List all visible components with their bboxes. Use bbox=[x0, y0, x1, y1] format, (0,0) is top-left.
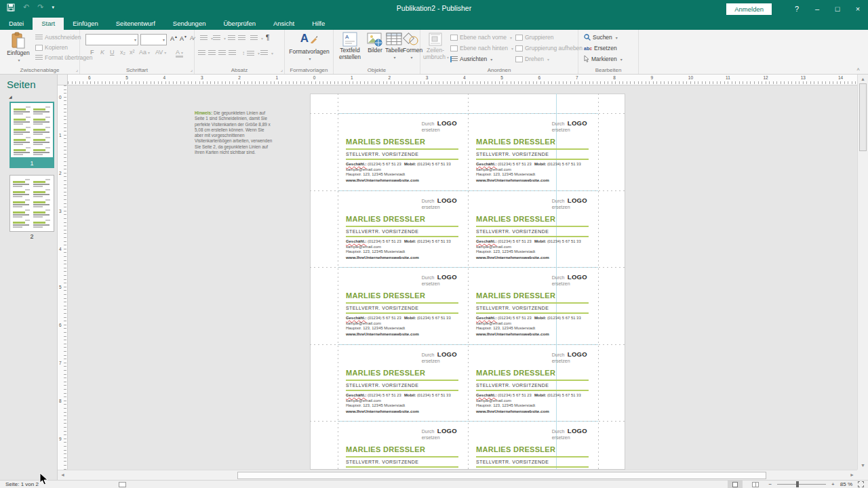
logo-placeholder[interactable]: Durch LOGO ersetzen bbox=[552, 350, 587, 364]
tab-start[interactable]: Start bbox=[33, 18, 64, 30]
columns-button[interactable] bbox=[250, 35, 263, 41]
fit-page-icon[interactable] bbox=[858, 481, 864, 487]
shapes-button[interactable]: Formen bbox=[403, 32, 419, 60]
scroll-up-icon[interactable]: ▲ bbox=[858, 75, 868, 83]
card-contact-block[interactable]: Geschäftl.: (01234) 5 67 51 23Mobil: (01… bbox=[476, 162, 593, 182]
replace-button[interactable]: abc Ersetzen bbox=[584, 45, 617, 52]
ungroup-button[interactable]: Gruppierung aufheben bbox=[515, 45, 583, 52]
business-card[interactable]: Durch LOGO ersetzen MARLIES DRESSLER STE… bbox=[338, 344, 468, 422]
single-page-view-button[interactable] bbox=[728, 481, 743, 488]
card-contact-block[interactable]: Geschäftl.: (01234) 5 67 51 23Mobil: (01… bbox=[346, 162, 462, 182]
shrink-font-button[interactable]: A▼ bbox=[180, 35, 187, 42]
page-status[interactable]: Seite: 1 von 2 bbox=[5, 481, 39, 487]
horizontal-scrollbar[interactable]: ◄ ► bbox=[58, 470, 857, 480]
redo-icon[interactable]: ↷ bbox=[37, 3, 43, 12]
save-icon[interactable] bbox=[7, 3, 15, 12]
text-wrap-button[interactable]: Zeilen- umbruch bbox=[423, 32, 448, 60]
subscript-button[interactable]: x₂ bbox=[120, 49, 125, 56]
align-left-button[interactable] bbox=[198, 50, 205, 56]
paste-button[interactable]: Einfügen bbox=[4, 32, 33, 63]
card-name[interactable]: MARLIES DRESSLER bbox=[476, 445, 555, 453]
tab-ueberpruefen[interactable]: Überprüfen bbox=[214, 18, 264, 30]
card-name[interactable]: MARLIES DRESSLER bbox=[346, 291, 425, 300]
italic-button[interactable]: K bbox=[100, 49, 104, 56]
card-contact-block[interactable]: Geschäftl.: (01234) 5 67 51 23Mobil: (01… bbox=[346, 239, 462, 260]
scroll-down-icon[interactable]: ▼ bbox=[858, 461, 868, 470]
card-contact-block[interactable]: Geschäftl.: (01234) 5 67 51 23Mobil: (01… bbox=[346, 393, 462, 413]
business-card[interactable]: Durch LOGO ersetzen MARLIES DRESSLER STE… bbox=[468, 113, 598, 190]
card-name[interactable]: MARLIES DRESSLER bbox=[346, 445, 425, 453]
styles-button[interactable]: A Formatvorlagen bbox=[286, 32, 332, 62]
clear-formatting-button[interactable]: A̷ bbox=[190, 35, 194, 41]
scroll-left-icon[interactable]: ◄ bbox=[58, 470, 68, 479]
tab-datei[interactable]: Datei bbox=[0, 18, 33, 30]
tab-ansicht[interactable]: Ansicht bbox=[264, 18, 303, 30]
select-button[interactable]: Markieren bbox=[584, 56, 623, 62]
zoom-in-icon[interactable]: + bbox=[831, 481, 835, 487]
card-contact-block[interactable]: Geschäftl.: (01234) 5 67 51 23Mobil: (01… bbox=[476, 239, 593, 260]
send-backward-button[interactable]: Ebene nach hinten bbox=[450, 45, 513, 52]
business-card[interactable]: Durch LOGO ersetzen MARLIES DRESSLER STE… bbox=[468, 190, 598, 268]
card-job-title[interactable]: STELLVERTR. VORSITZENDE bbox=[346, 460, 418, 464]
two-page-view-button[interactable] bbox=[748, 481, 763, 488]
undo-icon[interactable]: ↶ bbox=[23, 3, 29, 12]
page-thumbnail-2[interactable]: 2 bbox=[9, 175, 54, 241]
numbering-button[interactable] bbox=[213, 35, 226, 41]
logo-placeholder[interactable]: Durch LOGO ersetzen bbox=[552, 426, 587, 441]
grow-font-button[interactable]: A▲ bbox=[170, 35, 178, 42]
change-case-button[interactable]: Aa bbox=[139, 49, 150, 56]
borders-button[interactable] bbox=[260, 50, 273, 56]
tab-sendungen[interactable]: Sendungen bbox=[164, 18, 215, 30]
logo-placeholder[interactable]: Durch LOGO ersetzen bbox=[422, 196, 457, 210]
tab-hilfe[interactable]: Hilfe bbox=[303, 18, 334, 30]
character-spacing-button[interactable]: AV bbox=[155, 49, 166, 56]
business-card[interactable]: Durch LOGO ersetzen MARLIES DRESSLER STE… bbox=[338, 190, 468, 268]
card-name[interactable]: MARLIES DRESSLER bbox=[346, 215, 425, 223]
business-card[interactable]: Durch LOGO ersetzen MARLIES DRESSLER STE… bbox=[468, 267, 598, 344]
vertical-ruler[interactable]: 0123456789 bbox=[58, 85, 68, 470]
help-icon[interactable]: ? bbox=[787, 5, 807, 13]
bring-forward-button[interactable]: Ebene nach vorne bbox=[450, 34, 512, 41]
card-name[interactable]: MARLIES DRESSLER bbox=[476, 215, 555, 223]
card-job-title[interactable]: STELLVERTR. VORSITZENDE bbox=[476, 229, 549, 234]
card-job-title[interactable]: STELLVERTR. VORSITZENDE bbox=[476, 306, 549, 310]
logo-placeholder[interactable]: Durch LOGO ersetzen bbox=[552, 196, 587, 210]
tab-einfuegen[interactable]: Einfügen bbox=[64, 18, 107, 30]
horizontal-ruler[interactable]: 65432101234567891011121314 bbox=[68, 75, 857, 85]
zoom-percent[interactable]: 85 % bbox=[840, 481, 852, 487]
card-name[interactable]: MARLIES DRESSLER bbox=[346, 138, 425, 146]
template-note-textbox[interactable]: Hinweis: Die gepunkteten Linien auf Seit… bbox=[195, 110, 273, 155]
zoom-slider[interactable] bbox=[777, 484, 826, 485]
line-spacing-button[interactable]: ↕ bbox=[242, 50, 260, 56]
collapse-ribbon-icon[interactable]: ˄ bbox=[856, 66, 860, 73]
customize-quick-access-icon[interactable]: ▾ bbox=[52, 5, 54, 10]
zoom-slider-thumb[interactable] bbox=[796, 481, 799, 487]
sign-in-button[interactable]: Anmelden bbox=[726, 3, 772, 15]
card-job-title[interactable]: STELLVERTR. VORSITZENDE bbox=[476, 460, 549, 464]
show-paragraph-marks-button[interactable]: ¶ bbox=[266, 34, 269, 41]
paragraph-dialog-launcher-icon[interactable]: ⌟ bbox=[281, 67, 283, 73]
logo-placeholder[interactable]: Durch LOGO ersetzen bbox=[422, 119, 457, 133]
underline-button[interactable]: U bbox=[110, 49, 115, 56]
pictures-button[interactable]: Bilder bbox=[366, 32, 384, 54]
card-contact-block[interactable]: Geschäftl.: (01234) 5 67 51 23Mobil: (01… bbox=[476, 393, 593, 413]
close-icon[interactable]: × bbox=[848, 5, 868, 13]
business-card[interactable]: Durch LOGO ersetzen MARLIES DRESSLER STE… bbox=[468, 421, 598, 470]
increase-indent-button[interactable] bbox=[238, 35, 245, 41]
logo-placeholder[interactable]: Durch LOGO ersetzen bbox=[552, 119, 587, 133]
zoom-out-icon[interactable]: − bbox=[768, 481, 772, 487]
table-button[interactable]: Tabelle bbox=[385, 32, 403, 60]
vertical-scrollbar[interactable]: ▲ ▼ bbox=[857, 75, 868, 470]
document-canvas[interactable]: Durch LOGO ersetzen MARLIES DRESSLER STE… bbox=[68, 85, 857, 470]
page-thumbnail-1[interactable]: 1 bbox=[9, 102, 54, 168]
business-card[interactable]: Durch LOGO ersetzen MARLIES DRESSLER STE… bbox=[338, 421, 468, 470]
card-job-title[interactable]: STELLVERTR. VORSITZENDE bbox=[346, 383, 418, 388]
pages-collapse-icon[interactable]: ◢ bbox=[0, 90, 57, 99]
logo-placeholder[interactable]: Durch LOGO ersetzen bbox=[422, 272, 457, 287]
tab-seitenentwurf[interactable]: Seitenentwurf bbox=[107, 18, 164, 30]
bullets-button[interactable] bbox=[200, 35, 213, 41]
decrease-indent-button[interactable] bbox=[228, 35, 235, 41]
business-card[interactable]: Durch LOGO ersetzen MARLIES DRESSLER STE… bbox=[338, 267, 468, 344]
business-card[interactable]: Durch LOGO ersetzen MARLIES DRESSLER STE… bbox=[468, 344, 598, 422]
card-job-title[interactable]: STELLVERTR. VORSITZENDE bbox=[346, 229, 418, 234]
